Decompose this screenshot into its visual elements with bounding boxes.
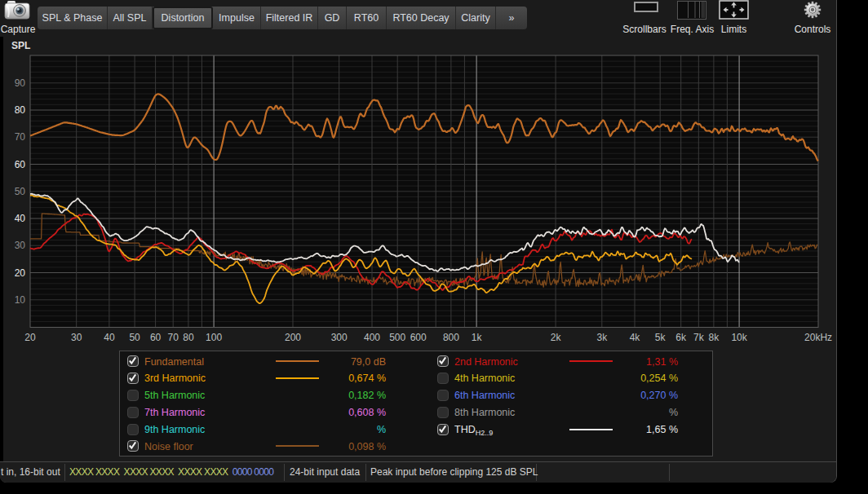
svg-text:100: 100 xyxy=(206,332,222,343)
svg-text:70: 70 xyxy=(168,332,179,343)
svg-text:3k: 3k xyxy=(596,332,608,343)
svg-text:80: 80 xyxy=(183,332,194,343)
svg-text:7k: 7k xyxy=(693,332,705,343)
svg-text:400: 400 xyxy=(364,332,380,343)
svg-text:20kHz: 20kHz xyxy=(804,332,832,343)
svg-text:50: 50 xyxy=(15,186,26,197)
svg-text:60: 60 xyxy=(150,332,162,343)
svg-text:20: 20 xyxy=(15,267,26,279)
svg-text:5k: 5k xyxy=(655,332,666,343)
svg-text:50: 50 xyxy=(129,332,140,343)
svg-text:20: 20 xyxy=(24,332,36,343)
svg-text:80: 80 xyxy=(15,104,26,116)
svg-text:8k: 8k xyxy=(709,332,720,343)
svg-text:2k: 2k xyxy=(551,332,562,343)
svg-text:60: 60 xyxy=(15,159,26,170)
svg-text:600: 600 xyxy=(410,332,427,343)
svg-text:800: 800 xyxy=(443,332,459,343)
svg-text:1k: 1k xyxy=(472,332,483,343)
svg-text:40: 40 xyxy=(15,213,26,224)
svg-text:30: 30 xyxy=(15,240,26,251)
svg-text:500: 500 xyxy=(389,332,405,343)
svg-text:10k: 10k xyxy=(731,332,747,343)
svg-text:200: 200 xyxy=(285,332,301,343)
svg-text:30: 30 xyxy=(71,332,82,343)
svg-text:300: 300 xyxy=(331,332,348,343)
svg-text:40: 40 xyxy=(104,332,115,343)
svg-text:70: 70 xyxy=(15,131,26,143)
svg-text:90: 90 xyxy=(15,77,26,89)
svg-text:6k: 6k xyxy=(675,332,687,343)
svg-text:10: 10 xyxy=(15,294,26,306)
svg-text:4k: 4k xyxy=(630,332,641,343)
